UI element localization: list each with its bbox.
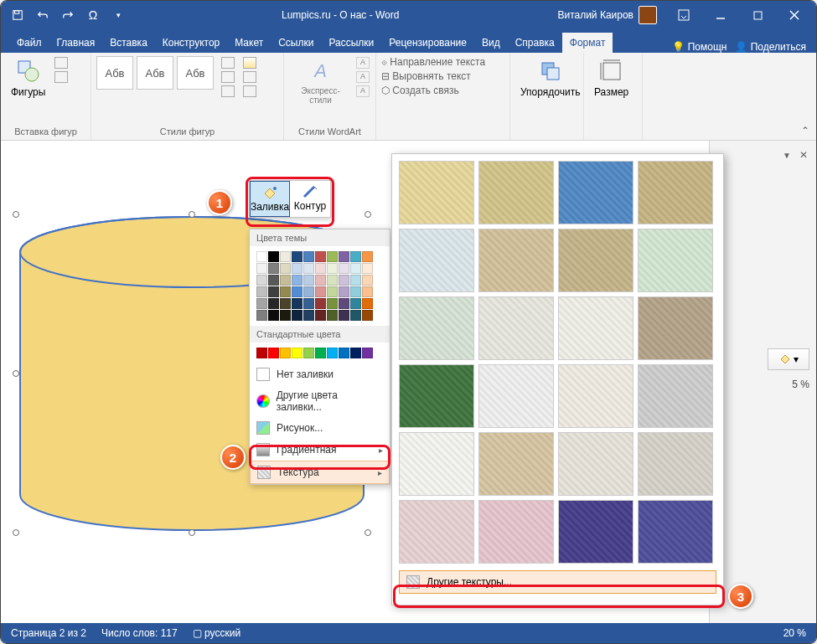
- texture-swatch[interactable]: [399, 432, 474, 496]
- standard-color[interactable]: [256, 348, 267, 358]
- language-status[interactable]: ▢ русский: [193, 627, 240, 639]
- create-link-button[interactable]: ⬡ Создать связь: [381, 85, 459, 96]
- standard-color[interactable]: [268, 348, 279, 358]
- texture-swatch[interactable]: [478, 500, 554, 564]
- tell-me[interactable]: 💡 Помощн: [672, 41, 727, 53]
- theme-color[interactable]: [256, 263, 267, 274]
- tab-файл[interactable]: Файл: [9, 33, 49, 53]
- texture-swatch[interactable]: [399, 296, 474, 360]
- redo-icon[interactable]: [56, 3, 80, 27]
- text-direction-button[interactable]: ⟐ Направление текста: [381, 56, 485, 68]
- style-scroll-up[interactable]: [221, 57, 235, 69]
- tab-рассылки[interactable]: Рассылки: [321, 33, 381, 53]
- theme-color[interactable]: [339, 310, 349, 321]
- theme-color[interactable]: [350, 286, 361, 297]
- texture-swatch[interactable]: [558, 229, 633, 292]
- standard-color[interactable]: [315, 348, 326, 358]
- texture-swatch[interactable]: [478, 161, 554, 224]
- theme-color[interactable]: [268, 310, 279, 321]
- theme-color[interactable]: [256, 298, 267, 309]
- theme-color[interactable]: [280, 310, 291, 321]
- theme-color[interactable]: [303, 251, 314, 262]
- style-gallery-more[interactable]: [221, 85, 235, 97]
- theme-color[interactable]: [362, 298, 373, 309]
- zoom-level[interactable]: 20 %: [783, 627, 806, 639]
- theme-color[interactable]: [327, 251, 338, 262]
- texture-swatch[interactable]: [558, 432, 633, 496]
- tab-главная[interactable]: Главная: [49, 33, 103, 53]
- mini-fill-button[interactable]: Заливка: [250, 181, 290, 217]
- theme-color[interactable]: [362, 310, 373, 321]
- more-colors-item[interactable]: Другие цвета заливки...: [250, 385, 390, 417]
- qat-dropdown-icon[interactable]: ▾: [106, 3, 130, 27]
- texture-swatch[interactable]: [638, 296, 713, 360]
- standard-color[interactable]: [350, 348, 361, 358]
- style-scroll-down[interactable]: [221, 71, 235, 83]
- gradient-fill-item[interactable]: Градиентная▸: [250, 439, 390, 461]
- omega-icon[interactable]: Ω: [81, 3, 105, 27]
- theme-color[interactable]: [268, 286, 279, 297]
- shapes-button[interactable]: Фигуры: [6, 56, 50, 100]
- tab-конструктор[interactable]: Конструктор: [155, 33, 227, 53]
- theme-color[interactable]: [280, 263, 291, 274]
- tab-рецензирование[interactable]: Рецензирование: [381, 33, 474, 53]
- theme-color[interactable]: [256, 251, 267, 262]
- texture-swatch[interactable]: [478, 432, 554, 496]
- standard-color[interactable]: [292, 348, 302, 358]
- edit-shape-button[interactable]: [54, 57, 68, 69]
- theme-color[interactable]: [303, 310, 314, 321]
- theme-color[interactable]: [327, 298, 338, 309]
- theme-color[interactable]: [315, 263, 326, 274]
- text-box-button[interactable]: [54, 71, 68, 83]
- tab-ссылки[interactable]: Ссылки: [271, 33, 321, 53]
- theme-color[interactable]: [292, 251, 302, 262]
- texture-swatch[interactable]: [638, 500, 713, 564]
- theme-color[interactable]: [327, 310, 338, 321]
- no-fill-item[interactable]: Нет заливки: [250, 363, 390, 385]
- more-textures-item[interactable]: Другие текстуры...: [399, 570, 716, 594]
- texture-swatch[interactable]: [638, 161, 713, 224]
- picture-fill-item[interactable]: Рисунок...: [250, 417, 390, 439]
- texture-swatch[interactable]: [399, 500, 474, 564]
- theme-color[interactable]: [339, 251, 349, 262]
- shape-outline-button[interactable]: [243, 71, 256, 83]
- collapse-ribbon-icon[interactable]: ⌃: [801, 125, 809, 137]
- theme-color[interactable]: [292, 275, 302, 286]
- texture-swatch[interactable]: [558, 161, 633, 224]
- shape-style-3[interactable]: Абв: [177, 56, 214, 90]
- theme-color[interactable]: [292, 298, 302, 309]
- text-outline-button[interactable]: A: [356, 71, 370, 83]
- theme-color[interactable]: [350, 263, 361, 274]
- theme-color[interactable]: [327, 275, 338, 286]
- theme-color[interactable]: [339, 263, 349, 274]
- theme-color[interactable]: [280, 275, 291, 286]
- shape-style-1[interactable]: Абв: [96, 56, 133, 90]
- tab-вставка[interactable]: Вставка: [102, 33, 155, 53]
- shape-fill-button[interactable]: [243, 57, 256, 69]
- theme-color[interactable]: [327, 286, 338, 297]
- pane-fill-button[interactable]: ▾: [768, 348, 809, 370]
- standard-color[interactable]: [280, 348, 291, 358]
- theme-color[interactable]: [256, 275, 267, 286]
- theme-color[interactable]: [362, 263, 373, 274]
- texture-swatch[interactable]: [478, 229, 554, 292]
- maximize-icon[interactable]: [741, 3, 774, 28]
- theme-color[interactable]: [315, 286, 326, 297]
- text-effects-button[interactable]: A: [356, 85, 370, 97]
- theme-color[interactable]: [362, 251, 373, 262]
- theme-color[interactable]: [292, 263, 302, 274]
- texture-fill-item[interactable]: Текстура▸: [250, 461, 390, 484]
- texture-swatch[interactable]: [638, 364, 713, 428]
- standard-color[interactable]: [303, 348, 314, 358]
- texture-swatch[interactable]: [399, 364, 474, 428]
- theme-color[interactable]: [350, 275, 361, 286]
- theme-color[interactable]: [339, 275, 349, 286]
- pane-close-icon[interactable]: ✕: [799, 149, 808, 161]
- texture-swatch[interactable]: [478, 364, 554, 428]
- standard-color[interactable]: [327, 348, 338, 358]
- tab-макет[interactable]: Макет: [227, 33, 271, 53]
- theme-color[interactable]: [268, 275, 279, 286]
- texture-swatch[interactable]: [638, 432, 713, 496]
- theme-color[interactable]: [315, 298, 326, 309]
- mini-outline-button[interactable]: Контур: [290, 181, 330, 217]
